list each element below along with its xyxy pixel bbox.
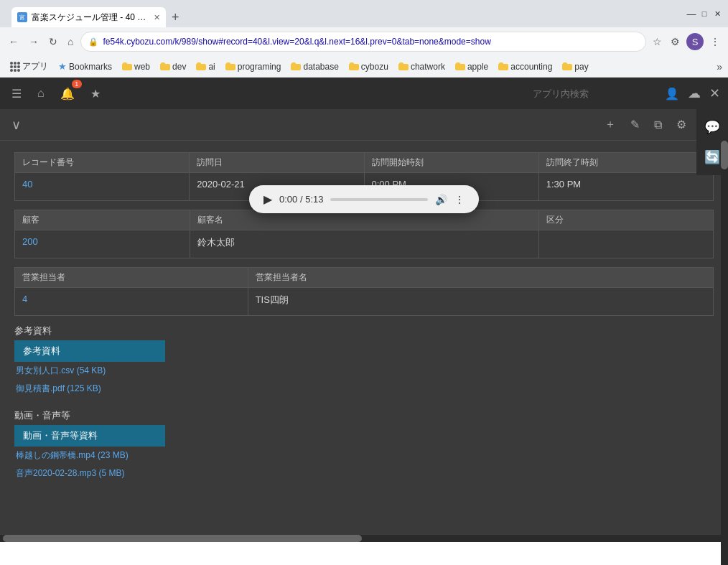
hamburger-menu-button[interactable]: ☰ bbox=[7, 83, 26, 105]
attachment-filename-2: 御見積書.pdf bbox=[16, 383, 65, 393]
field-sales-person: 営業担当者 4 bbox=[14, 267, 248, 316]
attachment-file-1[interactable]: 男女別人口.csv (54 KB) bbox=[14, 362, 714, 380]
field-value-sales-person-name: TIS四朗 bbox=[248, 288, 713, 315]
video-header: 動画・音声等資料 bbox=[14, 425, 165, 447]
bookmark-accounting[interactable]: accounting bbox=[494, 60, 556, 74]
horizontal-scrollbar-thumb[interactable] bbox=[3, 535, 362, 542]
add-button[interactable]: ＋ bbox=[600, 113, 620, 136]
close-search-button[interactable]: ✕ bbox=[707, 83, 722, 103]
play-button[interactable]: ▶ bbox=[263, 192, 272, 206]
bookmark-label: programing bbox=[238, 62, 281, 72]
record-toolbar: ∨ ＋ ✎ ⧉ ⚙ ⋯ bbox=[0, 109, 728, 141]
bookmark-ai[interactable]: ai bbox=[192, 60, 219, 74]
extensions-button[interactable]: ⚙ bbox=[668, 34, 682, 50]
tab-close-button[interactable]: ✕ bbox=[154, 13, 160, 22]
search-input[interactable] bbox=[533, 88, 658, 99]
apps-grid-icon bbox=[10, 62, 20, 72]
audio-filename-1: 音声2020-02-28.mp3 bbox=[16, 468, 96, 478]
field-label-visit-date: 訪問日 bbox=[190, 153, 363, 173]
bookmark-label: cybozu bbox=[361, 62, 388, 72]
field-value-visit-end: 1:30 PM bbox=[539, 173, 713, 200]
page-content: ☰ ⌂ 🔔 1 ★ 👤 ☁ ✕ ⚙ ? ∨ ＋ ✎ ⧉ ⚙ ⋯ bbox=[0, 78, 728, 542]
field-value-customer-name: 鈴木太郎 bbox=[190, 230, 538, 258]
search-overlay: 👤 ☁ ✕ bbox=[527, 78, 728, 109]
field-label-visit-end: 訪問終了時刻 bbox=[539, 153, 713, 173]
bookmark-database[interactable]: database bbox=[286, 60, 342, 74]
field-label-kubun: 区分 bbox=[539, 210, 714, 230]
total-time: 5:13 bbox=[305, 194, 323, 205]
field-label-visit-start: 訪問開始時刻 bbox=[365, 153, 538, 173]
fields-row-3: 営業担当者 4 営業担当者名 TIS四朗 bbox=[14, 267, 714, 316]
horizontal-scrollbar[interactable] bbox=[0, 535, 721, 542]
edit-button[interactable]: ✎ bbox=[626, 113, 644, 136]
tab-title: 富楽スケジュール管理 - 40 - レコー... bbox=[32, 11, 146, 24]
minimize-button[interactable]: — bbox=[686, 9, 696, 19]
bookmark-star-button[interactable]: ☆ bbox=[650, 34, 664, 50]
field-sales-person-name: 営業担当者名 TIS四朗 bbox=[248, 267, 714, 316]
field-record-number: レコード番号 40 bbox=[14, 152, 190, 201]
vertical-scrollbar-thumb[interactable] bbox=[721, 141, 728, 169]
field-value-customer[interactable]: 200 bbox=[15, 230, 190, 258]
tab-favicon: 富 bbox=[17, 12, 27, 22]
video-file-1[interactable]: 棒越しの鋼帯橋.mp4 (23 MB) bbox=[14, 447, 714, 464]
folder-icon bbox=[225, 62, 235, 70]
reload-button[interactable]: ↻ bbox=[46, 33, 60, 50]
search-person-button[interactable]: 👤 bbox=[663, 85, 681, 103]
browser-tab[interactable]: 富 富楽スケジュール管理 - 40 - レコー... ✕ bbox=[11, 7, 166, 27]
audio-filesize-1: (5 MB) bbox=[98, 468, 124, 478]
field-label-customer-name: 顧客名 bbox=[190, 210, 538, 230]
attachment-section-label: 参考資料 bbox=[14, 324, 714, 337]
bookmark-dev[interactable]: dev bbox=[156, 60, 190, 74]
favorites-button[interactable]: ★ bbox=[86, 83, 105, 105]
folder-icon bbox=[349, 62, 359, 70]
app-home-button[interactable]: ⌂ bbox=[33, 83, 49, 104]
field-customer-name: 顧客名 鈴木太郎 bbox=[190, 210, 539, 258]
current-time: 0:00 bbox=[279, 194, 297, 205]
field-visit-end: 訪問終了時刻 1:30 PM bbox=[539, 152, 714, 201]
video-file-2[interactable]: 音声2020-02-28.mp3 (5 MB) bbox=[14, 464, 714, 482]
vertical-scrollbar[interactable] bbox=[721, 141, 728, 565]
bookmark-apple[interactable]: apple bbox=[451, 60, 493, 74]
bookmarks-more-button[interactable]: » bbox=[717, 61, 722, 73]
close-button[interactable]: ✕ bbox=[712, 9, 722, 19]
bookmark-chatwork[interactable]: chatwork bbox=[394, 60, 449, 74]
folder-icon bbox=[160, 62, 170, 70]
apps-shortcut[interactable]: アプリ bbox=[6, 58, 52, 75]
volume-button[interactable]: 🔊 bbox=[435, 194, 447, 205]
bookmark-web[interactable]: web bbox=[118, 60, 154, 74]
window-controls: — □ ✕ bbox=[686, 9, 722, 19]
copy-button[interactable]: ⧉ bbox=[650, 114, 666, 136]
profile-button[interactable]: S bbox=[686, 33, 704, 50]
field-kubun: 区分 bbox=[539, 210, 714, 258]
folder-icon bbox=[455, 62, 465, 70]
app-header-left: ☰ ⌂ 🔔 1 ★ bbox=[7, 83, 105, 105]
bookmark-label: Bookmarks bbox=[69, 62, 112, 72]
field-value-sales-person[interactable]: 4 bbox=[15, 288, 248, 315]
attachment-file-2[interactable]: 御見積書.pdf (125 KB) bbox=[14, 380, 714, 398]
audio-time-display: 0:00 / 5:13 bbox=[279, 194, 323, 205]
bookmark-bookmarks[interactable]: ★ Bookmarks bbox=[54, 59, 116, 74]
new-tab-button[interactable]: + bbox=[166, 7, 185, 27]
gear-record-button[interactable]: ⚙ bbox=[672, 113, 691, 136]
audio-player: ▶ 0:00 / 5:13 🔊 ⋮ bbox=[249, 185, 479, 213]
field-value-record-number[interactable]: 40 bbox=[15, 173, 189, 200]
maximize-button[interactable]: □ bbox=[699, 9, 709, 19]
bookmark-cybozu[interactable]: cybozu bbox=[345, 60, 393, 74]
attachment-filesize-1: (54 KB) bbox=[77, 365, 106, 375]
notification-wrapper: 🔔 1 bbox=[56, 83, 79, 105]
bookmark-label: chatwork bbox=[411, 62, 445, 72]
menu-button[interactable]: ⋮ bbox=[708, 34, 722, 50]
upload-button[interactable]: ☁ bbox=[686, 83, 703, 103]
bookmark-programing[interactable]: programing bbox=[221, 60, 286, 74]
field-label-sales-person: 営業担当者 bbox=[15, 268, 248, 288]
bookmark-label: accounting bbox=[510, 62, 552, 72]
forward-button[interactable]: → bbox=[26, 33, 42, 50]
folder-icon bbox=[196, 62, 206, 70]
back-button[interactable]: ← bbox=[6, 33, 22, 50]
audio-more-button[interactable]: ⋮ bbox=[454, 194, 465, 205]
bookmark-pay[interactable]: pay bbox=[558, 60, 592, 74]
audio-progress-bar[interactable] bbox=[330, 198, 428, 201]
home-button[interactable]: ⌂ bbox=[65, 33, 76, 50]
address-input-wrap[interactable]: 🔒 fe54k.cybozu.com/k/989/show#record=40&… bbox=[80, 32, 646, 52]
comment-button[interactable]: 💬 bbox=[700, 115, 724, 139]
